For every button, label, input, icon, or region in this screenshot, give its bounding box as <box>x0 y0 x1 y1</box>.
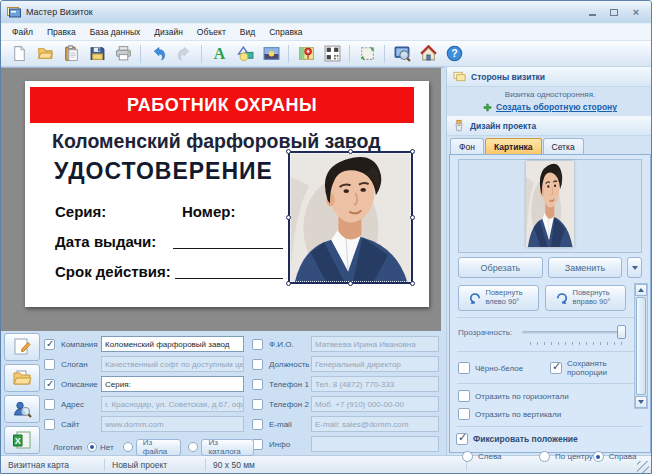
card-number-label[interactable]: Номер: <box>182 203 235 220</box>
field-input[interactable]: г. Краснодар, ул. Советская, д.67, оф.30… <box>101 396 244 412</box>
menu-item[interactable]: Вид <box>233 25 262 39</box>
field-checkbox[interactable] <box>44 339 55 350</box>
logo-none-radio[interactable] <box>87 442 97 452</box>
field-input[interactable]: E-mail: sales@domm.com <box>311 416 439 432</box>
paste-icon[interactable] <box>58 43 84 65</box>
panel-scrollbar[interactable] <box>634 283 648 409</box>
opacity-slider[interactable] <box>522 325 626 339</box>
find-contact-button[interactable] <box>4 395 40 423</box>
opacity-slider-thumb[interactable] <box>617 325 626 339</box>
selection-handle[interactable] <box>286 281 291 286</box>
scrollbar-down-button[interactable] <box>635 396 647 408</box>
replace-button[interactable]: Заменить <box>548 257 622 278</box>
menu-item[interactable]: Дизайн <box>147 25 190 39</box>
selection-handle[interactable] <box>410 215 415 220</box>
selection-handle[interactable] <box>348 149 353 154</box>
add-shape-icon[interactable] <box>232 43 258 65</box>
menu-item[interactable]: Объект <box>190 25 233 39</box>
logo-from-catalog-button[interactable]: Из каталога <box>201 439 254 456</box>
field-input[interactable]: Матвеева Ирина Ивановна <box>311 336 439 352</box>
flip-checkbox[interactable] <box>458 390 470 402</box>
field-checkbox[interactable] <box>44 399 55 410</box>
field-checkbox[interactable] <box>44 379 55 390</box>
selection-handle[interactable] <box>410 281 415 286</box>
resize-grip[interactable] <box>637 461 649 473</box>
design-tab[interactable]: Фон <box>450 138 484 154</box>
card-issue-date-label[interactable]: Дата выдачи: <box>55 233 156 250</box>
field-input[interactable]: Моб. +7 (910) 000-00-00 <box>311 396 439 412</box>
maximize-button[interactable] <box>605 6 623 18</box>
field-checkbox[interactable] <box>252 339 263 350</box>
card-validity-label[interactable]: Срок действия: <box>55 263 171 280</box>
field-input[interactable]: Тел. 8 (4872) 770-333 <box>311 376 439 392</box>
save-icon[interactable] <box>84 43 110 65</box>
help-icon[interactable]: ? <box>441 43 467 65</box>
design-tab[interactable]: Сетка <box>543 138 584 154</box>
keep-proportions-checkbox[interactable] <box>550 362 562 374</box>
field-input[interactable]: www.domm.com <box>101 416 244 432</box>
scrollbar-up-button[interactable] <box>635 284 647 296</box>
field-checkbox[interactable] <box>44 359 55 370</box>
selection-handle[interactable] <box>286 215 291 220</box>
add-image-icon[interactable] <box>258 43 284 65</box>
menu-item[interactable]: Правка <box>40 25 83 39</box>
field-checkbox[interactable] <box>252 419 263 430</box>
close-button[interactable]: × <box>627 6 645 18</box>
align-radio[interactable] <box>593 451 604 462</box>
field-input[interactable]: Качественный софт по доступным ценам <box>101 356 244 372</box>
print-icon[interactable] <box>110 43 136 65</box>
excel-import-button[interactable]: X <box>4 426 40 454</box>
logo-from-file-radio[interactable] <box>123 442 133 452</box>
selection-handle[interactable] <box>348 281 353 286</box>
new-document-icon[interactable] <box>6 43 32 65</box>
field-checkbox[interactable] <box>252 379 263 390</box>
field-checkbox[interactable] <box>44 419 55 430</box>
add-map-icon[interactable] <box>293 43 319 65</box>
crop-button[interactable]: Обрезать <box>458 257 543 278</box>
field-checkbox[interactable] <box>252 359 263 370</box>
scrollbar-thumb[interactable] <box>636 297 646 395</box>
preview-icon[interactable] <box>389 43 415 65</box>
black-white-checkbox[interactable] <box>458 362 470 374</box>
resize-card-icon[interactable] <box>354 43 380 65</box>
rotate-right-button[interactable]: Повернуть вправо 90° <box>545 285 626 311</box>
add-text-icon[interactable]: A <box>206 43 232 65</box>
selection-handle[interactable] <box>410 149 415 154</box>
card-banner-text[interactable]: РАБОТНИК ОХРАНЫ <box>30 87 414 123</box>
menu-item[interactable]: Файл <box>5 25 40 39</box>
field-checkbox[interactable] <box>252 399 263 410</box>
flip-checkbox[interactable] <box>458 408 470 420</box>
add-qr-code-icon[interactable] <box>319 43 345 65</box>
logo-from-file-button[interactable]: Из файла <box>136 439 182 456</box>
undo-icon[interactable] <box>145 43 171 65</box>
design-tab[interactable]: Картинка <box>485 138 542 154</box>
align-radio[interactable] <box>462 451 473 462</box>
align-radio[interactable] <box>539 451 550 462</box>
selection-handle[interactable] <box>286 149 291 154</box>
replace-dropdown-button[interactable] <box>627 257 642 278</box>
design-canvas[interactable]: РАБОТНИК ОХРАНЫ Коломенский фарфоровый з… <box>1 67 446 331</box>
fix-position-checkbox[interactable] <box>456 433 468 445</box>
create-back-side-link[interactable]: Создать оборотную сторону <box>496 102 617 112</box>
card-photo[interactable] <box>288 151 413 284</box>
field-input[interactable] <box>311 436 439 452</box>
card-series-label[interactable]: Серия: <box>55 203 106 220</box>
opacity-slider-track[interactable] <box>522 331 626 334</box>
rotate-left-button[interactable]: Повернуть влево 90° <box>458 285 539 311</box>
redo-icon[interactable] <box>171 43 197 65</box>
logo-from-catalog-radio[interactable] <box>188 442 198 452</box>
minimize-button[interactable] <box>583 6 601 18</box>
business-card[interactable]: РАБОТНИК ОХРАНЫ Коломенский фарфоровый з… <box>25 81 429 307</box>
menu-item[interactable]: База данных <box>83 25 148 39</box>
menu-item[interactable]: Справка <box>262 25 309 39</box>
open-project-icon[interactable] <box>32 43 58 65</box>
edit-card-button[interactable] <box>4 333 40 361</box>
design-panel-header[interactable]: Дизайн проекта <box>447 116 652 136</box>
field-input[interactable]: Генеральный директор <box>311 356 439 372</box>
card-company-text[interactable]: Коломенский фарфоровый завод <box>52 130 381 153</box>
field-input[interactable]: Серия: <box>101 376 244 392</box>
field-input[interactable]: Коломенский фарфоровый завод <box>101 336 244 352</box>
home-icon[interactable] <box>415 43 441 65</box>
card-doc-title-text[interactable]: УДОСТОВЕРЕНИЕ <box>54 158 273 185</box>
contacts-folder-button[interactable] <box>4 364 40 392</box>
